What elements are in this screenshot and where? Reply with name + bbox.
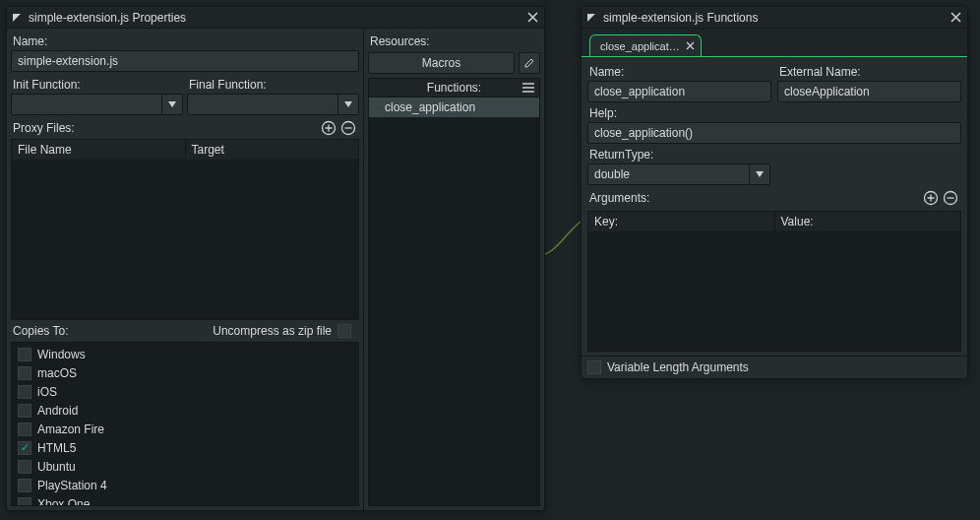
proxy-files-label: Proxy Files: xyxy=(13,121,318,135)
functions-header: Functions: xyxy=(368,78,540,98)
functions-titlebar[interactable]: simple-extension.js Functions xyxy=(582,7,967,29)
platform-checkbox[interactable] xyxy=(18,366,31,380)
platform-label: HTML5 xyxy=(37,441,76,455)
fn-name-input[interactable]: close_application xyxy=(587,81,771,102)
arguments-label: Arguments: xyxy=(589,191,920,205)
name-label: Name: xyxy=(11,31,359,50)
functions-list[interactable]: close_application xyxy=(368,98,540,506)
tab-close-application[interactable]: close_applicat… xyxy=(589,34,702,56)
final-function-label: Final Function: xyxy=(187,74,359,94)
init-function-dropdown[interactable] xyxy=(11,94,183,115)
remove-argument-button[interactable] xyxy=(942,189,959,207)
remove-proxy-button[interactable] xyxy=(339,119,357,137)
proxy-table-body[interactable] xyxy=(11,161,359,320)
close-icon[interactable] xyxy=(948,10,963,26)
platform-item[interactable]: Ubuntu xyxy=(12,457,358,476)
name-input[interactable]: simple-extension.js xyxy=(11,50,359,72)
fn-name-label: Name: xyxy=(587,61,771,81)
functions-window: simple-extension.js Functions close_appl… xyxy=(581,6,968,379)
platform-label: Windows xyxy=(37,348,86,361)
fn-help-input[interactable]: close_application() xyxy=(587,122,961,144)
add-proxy-button[interactable] xyxy=(320,119,337,137)
platform-checkbox[interactable] xyxy=(18,441,31,455)
platform-label: iOS xyxy=(37,385,57,399)
copies-to-label: Copies To: xyxy=(13,324,213,338)
proxy-col-file: File Name xyxy=(12,140,186,160)
collapse-icon[interactable] xyxy=(585,12,597,24)
args-col-key: Key: xyxy=(588,212,775,231)
platform-label: Amazon Fire xyxy=(37,422,104,436)
properties-title: simple-extension.js Properties xyxy=(29,11,519,25)
final-function-dropdown[interactable] xyxy=(187,94,359,115)
fn-extname-label: External Name: xyxy=(777,61,961,81)
platform-label: Android xyxy=(37,404,78,418)
platform-item[interactable]: Windows xyxy=(12,345,358,363)
proxy-col-target: Target xyxy=(186,140,359,160)
platform-checkbox[interactable] xyxy=(18,497,31,507)
platform-item[interactable]: Amazon Fire xyxy=(12,420,358,438)
uncompress-checkbox[interactable] xyxy=(337,324,351,338)
platform-list[interactable]: WindowsmacOSiOSAndroidAmazon FireHTML5Ub… xyxy=(11,342,359,506)
args-col-value: Value: xyxy=(775,212,961,231)
collapse-icon[interactable] xyxy=(11,12,23,24)
platform-item[interactable]: PlayStation 4 xyxy=(12,476,358,494)
functions-title: simple-extension.js Functions xyxy=(603,11,942,25)
platform-checkbox[interactable] xyxy=(18,460,31,474)
add-argument-button[interactable] xyxy=(922,189,940,207)
proxy-table-header: File Name Target xyxy=(11,139,359,161)
platform-checkbox[interactable] xyxy=(18,422,31,436)
properties-titlebar[interactable]: simple-extension.js Properties xyxy=(7,7,544,29)
platform-item[interactable]: Xbox One xyxy=(12,494,358,506)
platform-checkbox[interactable] xyxy=(18,404,31,418)
return-type-dropdown[interactable]: double xyxy=(587,163,770,185)
menu-icon[interactable] xyxy=(521,82,535,94)
varargs-checkbox[interactable] xyxy=(587,360,601,374)
tab-strip: close_applicat… xyxy=(582,29,967,56)
platform-label: macOS xyxy=(37,366,77,380)
init-function-label: Init Function: xyxy=(11,74,183,94)
platform-item[interactable]: iOS xyxy=(12,382,358,401)
uncompress-label: Uncompress as zip file xyxy=(213,324,332,338)
tab-close-icon[interactable] xyxy=(686,41,695,50)
edit-icon[interactable] xyxy=(519,52,540,74)
platform-checkbox[interactable] xyxy=(18,348,31,361)
properties-window: simple-extension.js Properties Name: sim… xyxy=(6,6,545,511)
chevron-down-icon[interactable] xyxy=(749,163,770,185)
chevron-down-icon[interactable] xyxy=(337,94,359,115)
platform-label: Ubuntu xyxy=(37,460,76,474)
platform-item[interactable]: macOS xyxy=(12,363,358,382)
varargs-label: Variable Length Arguments xyxy=(607,360,749,374)
args-table-body[interactable] xyxy=(587,232,961,352)
resources-label: Resources: xyxy=(368,31,540,50)
platform-item[interactable]: Android xyxy=(12,401,358,420)
function-item[interactable]: close_application xyxy=(369,98,539,117)
platform-item[interactable]: HTML5 xyxy=(12,438,358,457)
platform-label: Xbox One xyxy=(37,497,90,507)
args-table-header: Key: Value: xyxy=(587,211,961,232)
platform-checkbox[interactable] xyxy=(18,479,31,492)
fn-return-label: ReturnType: xyxy=(587,144,961,163)
close-icon[interactable] xyxy=(524,10,540,26)
fn-extname-input[interactable]: closeApplication xyxy=(777,81,961,102)
platform-checkbox[interactable] xyxy=(18,385,31,399)
platform-label: PlayStation 4 xyxy=(37,479,107,492)
fn-help-label: Help: xyxy=(587,102,961,122)
macros-button[interactable]: Macros xyxy=(368,52,515,74)
chevron-down-icon[interactable] xyxy=(161,94,183,115)
